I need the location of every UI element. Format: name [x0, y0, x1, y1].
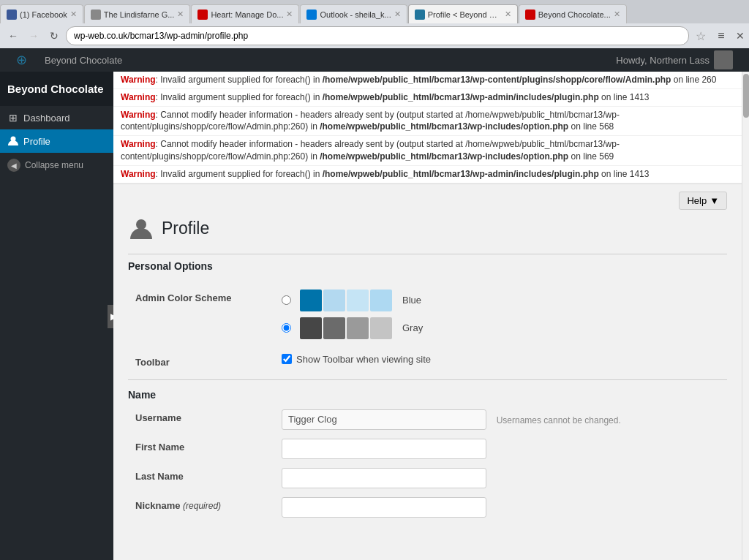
tab-close-icon[interactable]: ✕	[394, 10, 401, 19]
tab-favicon	[7, 10, 17, 20]
toolbar-label: Toolbar	[128, 349, 274, 372]
tab-close-icon[interactable]: ✕	[177, 10, 184, 19]
blue-label: Blue	[402, 295, 421, 306]
warning-2: Warning: Invalid argument supplied for f…	[113, 89, 742, 107]
warning-3: Warning: Cannot modify header informatio…	[113, 107, 742, 137]
gray-swatches	[300, 317, 392, 339]
gray-label: Gray	[402, 322, 423, 333]
scrollbar[interactable]	[742, 72, 749, 560]
collapse-arrow-icon: ◀	[7, 159, 20, 172]
help-label: Help	[687, 195, 707, 206]
nickname-row: Nickname (required)	[128, 493, 727, 522]
first-name-input[interactable]	[282, 439, 486, 459]
sidebar-item-profile[interactable]: Profile	[0, 129, 113, 153]
forward-button[interactable]: →	[25, 27, 42, 45]
show-toolbar-text: Show Toolbar when viewing site	[296, 354, 431, 365]
tab-close-icon[interactable]: ✕	[505, 10, 511, 19]
sidebar-logo: Beyond Chocolate	[0, 72, 113, 106]
nickname-field-cell	[274, 493, 727, 522]
tab-outlook[interactable]: Outlook - sheila_k... ✕	[300, 4, 407, 23]
username-input	[282, 409, 486, 430]
toolbar-row: Toolbar Show Toolbar when viewing site	[128, 349, 727, 372]
toolbar-option: Show Toolbar when viewing site	[274, 349, 727, 372]
collapse-menu[interactable]: ◀ Collapse menu	[0, 153, 113, 178]
sidebar-item-label: Profile	[23, 136, 50, 147]
gray-swatch-2	[323, 317, 345, 339]
tab-label: Outlook - sheila_k...	[320, 10, 391, 19]
tab-favicon	[306, 10, 317, 20]
profile-icon	[7, 135, 19, 147]
blue-swatch-2	[323, 290, 345, 311]
wp-logo-item[interactable]: ⊕	[7, 48, 36, 72]
username-row: Username Usernames cannot be changed.	[128, 405, 727, 434]
back-button[interactable]: ←	[4, 27, 22, 45]
tab-heart[interactable]: Heart: Manage Do... ✕	[191, 4, 299, 23]
wp-admin-bar: ⊕ Beyond Chocolate Howdy, Northern Lass	[0, 48, 749, 72]
color-scheme-gray: Gray	[282, 317, 720, 339]
last-name-input[interactable]	[282, 468, 486, 488]
wp-admin-bar-right: Howdy, Northern Lass	[607, 48, 742, 72]
close-button[interactable]: ✕	[736, 30, 745, 42]
warning-1: Warning: Invalid argument supplied for f…	[113, 72, 742, 89]
color-scheme-gray-radio[interactable]	[282, 323, 291, 333]
tab-label: Heart: Manage Do...	[211, 10, 283, 19]
howdy-user[interactable]: Howdy, Northern Lass	[607, 48, 742, 72]
howdy-text: Howdy, Northern Lass	[616, 55, 710, 66]
nickname-input[interactable]	[282, 497, 486, 518]
warnings-container: Warning: Invalid argument supplied for f…	[113, 72, 742, 184]
tab-facebook[interactable]: (1) Facebook ✕	[0, 4, 83, 23]
username-field-cell: Usernames cannot be changed.	[274, 405, 727, 434]
first-name-row: First Name	[128, 434, 727, 463]
admin-color-scheme-label: Admin Color Scheme	[128, 285, 274, 349]
tab-label: Profile < Beyond C...	[428, 10, 502, 19]
tab-favicon	[415, 10, 425, 20]
tab-favicon	[525, 10, 535, 20]
tab-close-icon[interactable]: ✕	[286, 10, 293, 19]
blue-swatches	[300, 290, 392, 311]
address-input[interactable]	[66, 26, 689, 45]
warning-4: Warning: Cannot modify header informatio…	[113, 136, 742, 166]
wp-logo-icon: ⊕	[16, 52, 27, 68]
menu-icon[interactable]: ≡	[712, 27, 730, 45]
avatar	[714, 50, 733, 69]
tab-favicon	[91, 10, 101, 20]
tab-beyond[interactable]: Beyond Chocolate... ✕	[519, 4, 627, 23]
name-form-table: Username Usernames cannot be changed. Fi…	[128, 405, 727, 522]
color-scheme-blue-radio[interactable]	[282, 295, 291, 305]
first-name-field-cell	[274, 434, 727, 463]
tab-close-icon[interactable]: ✕	[70, 10, 77, 19]
sidebar-item-dashboard[interactable]: ⊞ Dashboard	[0, 106, 113, 129]
refresh-button[interactable]: ↻	[45, 27, 63, 45]
personal-options-heading: Personal Options	[128, 254, 727, 278]
address-bar-row: ← → ↻ ☆ ≡ ✕	[0, 23, 749, 48]
gray-swatch-1	[300, 317, 322, 339]
help-button[interactable]: Help ▼	[679, 192, 727, 210]
tab-label: The Lindisfarne G...	[104, 10, 175, 19]
admin-bar-site-name[interactable]: Beyond Chocolate	[36, 48, 131, 72]
tab-close-icon[interactable]: ✕	[614, 10, 620, 19]
tab-lindisfarne[interactable]: The Lindisfarne G... ✕	[84, 4, 191, 23]
dashboard-icon: ⊞	[7, 112, 19, 124]
site-name-label: Beyond Chocolate	[45, 55, 122, 66]
show-toolbar-label: Show Toolbar when viewing site	[282, 354, 720, 365]
scrollbar-thumb[interactable]	[743, 74, 749, 118]
tab-label: Beyond Chocolate...	[538, 10, 611, 19]
tab-profile[interactable]: Profile < Beyond C... ✕	[408, 4, 518, 23]
warning-word: Warning	[121, 92, 156, 102]
blue-swatch-4	[370, 290, 392, 311]
collapse-menu-label: Collapse menu	[25, 160, 83, 170]
bookmark-star-icon[interactable]: ☆	[692, 27, 710, 45]
name-heading: Name	[128, 379, 727, 405]
show-toolbar-checkbox[interactable]	[282, 354, 292, 364]
sidebar-toggle[interactable]: ▶	[108, 305, 113, 328]
help-button-row: Help ▼	[128, 192, 727, 210]
color-scheme-blue: Blue	[282, 290, 720, 311]
browser-chrome: (1) Facebook ✕ The Lindisfarne G... ✕ He…	[0, 0, 749, 48]
warning-word: Warning	[121, 169, 156, 179]
profile-header: Profile	[128, 216, 727, 242]
last-name-label: Last Name	[128, 463, 274, 493]
warning-word: Warning	[121, 110, 156, 120]
blue-swatch-1	[300, 290, 322, 311]
warning-word: Warning	[121, 139, 156, 149]
form-table: Admin Color Scheme	[128, 285, 727, 372]
